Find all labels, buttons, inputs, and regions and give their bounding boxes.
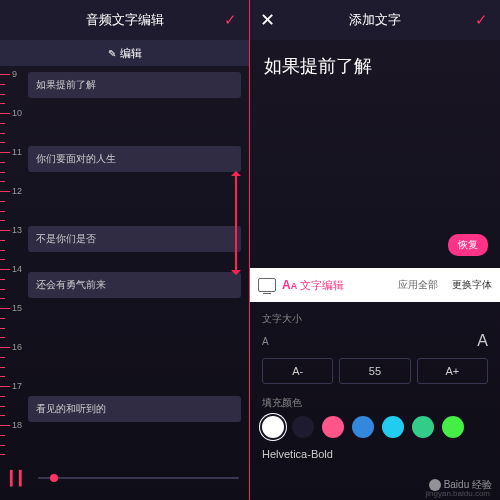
preview-text[interactable]: 如果提前了解 (264, 54, 486, 78)
size-value[interactable]: 55 (339, 358, 410, 384)
lyric-item[interactable]: 你们要面对的人生 (28, 146, 241, 172)
size-min-icon: A (262, 336, 269, 347)
font-name-button[interactable]: Helvetica-Bold (262, 448, 488, 460)
ruler-mark: 18 (12, 420, 22, 430)
color-swatch[interactable] (442, 416, 464, 438)
color-swatch[interactable] (382, 416, 404, 438)
ruler-mark: 15 (12, 303, 22, 313)
ruler-mark: 13 (12, 225, 22, 235)
color-swatch[interactable] (412, 416, 434, 438)
left-header: 音频文字编辑 ✓ (0, 0, 249, 40)
ruler-mark: 10 (12, 108, 22, 118)
apply-all-button[interactable]: 应用全部 (398, 278, 438, 292)
progress-slider[interactable] (38, 477, 239, 479)
restore-button[interactable]: 恢复 (448, 234, 488, 256)
color-picker (262, 416, 488, 438)
lyric-item[interactable]: 看见的和听到的 (28, 396, 241, 422)
color-swatch[interactable] (262, 416, 284, 438)
color-swatch[interactable] (292, 416, 314, 438)
ruler-mark: 14 (12, 264, 22, 274)
player-bar: ▎▎ (0, 456, 249, 500)
confirm-icon[interactable]: ✓ (475, 11, 488, 29)
size-label: 文字大小 (262, 312, 488, 326)
pause-button[interactable]: ▎▎ (10, 470, 28, 486)
ruler-mark: 17 (12, 381, 22, 391)
change-font-button[interactable]: 更换字体 (452, 278, 492, 292)
ruler-mark: 9 (12, 69, 17, 79)
tab-text-edit[interactable]: AA 文字编辑 (282, 278, 344, 293)
lyric-item[interactable]: 如果提前了解 (28, 72, 241, 98)
watermark-url: jingyan.baidu.com (426, 489, 490, 498)
lyric-item[interactable]: 还会有勇气前来 (28, 272, 241, 298)
edit-button[interactable]: ✎ 编辑 (0, 40, 249, 66)
size-max-icon: A (477, 332, 488, 350)
lyric-item[interactable]: 不是你们是否 (28, 226, 241, 252)
pencil-icon: ✎ (108, 48, 116, 59)
close-icon[interactable]: ✕ (260, 9, 275, 31)
tab-bar: AA 文字编辑 应用全部 更换字体 (250, 268, 500, 302)
right-title: 添加文字 (349, 11, 401, 29)
font-aa-icon: AA (282, 278, 297, 292)
right-header: ✕ 添加文字 ✓ (250, 0, 500, 40)
progress-thumb[interactable] (50, 474, 58, 482)
size-decrease-button[interactable]: A- (262, 358, 333, 384)
ruler-mark: 11 (12, 147, 22, 157)
left-title: 音频文字编辑 (86, 11, 164, 29)
size-increase-button[interactable]: A+ (417, 358, 488, 384)
color-swatch[interactable] (322, 416, 344, 438)
color-swatch[interactable] (352, 416, 374, 438)
confirm-icon[interactable]: ✓ (224, 11, 237, 29)
time-ruler: 9101112131415161718 (0, 66, 22, 456)
drag-arrow-icon (235, 174, 237, 272)
text-preview: 如果提前了解 恢复 (250, 40, 500, 268)
ruler-mark: 16 (12, 342, 22, 352)
text-controls: 文字大小 A A A- 55 A+ 填充颜色 Helvetica-Bold (250, 302, 500, 470)
color-label: 填充颜色 (262, 396, 488, 410)
keyboard-icon[interactable] (258, 278, 276, 292)
edit-label: 编辑 (120, 46, 142, 61)
ruler-mark: 12 (12, 186, 22, 196)
lyrics-timeline[interactable]: 9101112131415161718 如果提前了解你们要面对的人生不是你们是否… (0, 66, 249, 456)
